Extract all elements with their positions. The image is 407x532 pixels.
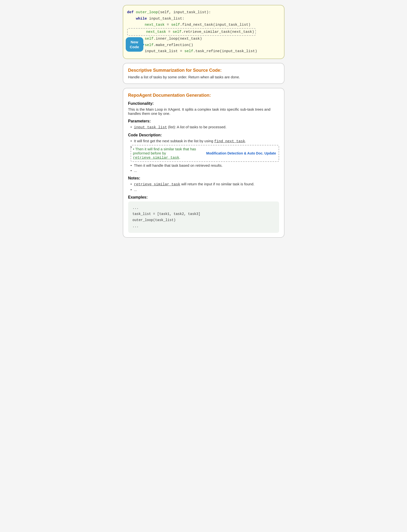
code-line-4: next_task = self.retrieve_similar_task(n… <box>127 28 280 36</box>
kw-while: while <box>136 17 149 21</box>
code-params: (self, input_task_list): <box>158 10 211 14</box>
eq3: = <box>178 49 185 53</box>
fn-outer-loop: outer_loop <box>136 10 158 14</box>
fn-find-next-task: find_next_task <box>214 139 245 143</box>
note-fn-name: retrieve_similar_task <box>134 182 180 187</box>
list-item: input_task_list (list): A list of tasks … <box>131 125 279 130</box>
functionality-text: This is the Main Loop in XAgent. It spli… <box>128 107 279 116</box>
param-desc: (list): A list of tasks to be processed. <box>167 125 227 129</box>
self-1: self <box>171 23 180 27</box>
param-name: input_task_list <box>134 125 167 130</box>
notes-list: retrieve_similar_task will return the in… <box>128 182 279 192</box>
indent3 <box>129 30 146 34</box>
kw-def: def <box>127 10 136 14</box>
functionality-heading: Functionality: <box>128 101 279 106</box>
self-2: self <box>173 30 182 34</box>
code-description-heading: Code Description: <box>128 133 279 137</box>
var-next-task-2: next_task <box>146 30 166 34</box>
new-code-line1: New <box>131 40 138 44</box>
list-item: It will first get the next subtask in th… <box>131 139 279 143</box>
mod-detect-label: Modification Detection & Auto Doc. Updat… <box>206 151 276 155</box>
code-description-list: It will first get the next subtask in th… <box>128 139 279 173</box>
example-line-4: ... <box>133 223 275 229</box>
list-item: ... <box>131 188 279 192</box>
list-item: ... <box>131 168 279 173</box>
modification-detection-row: • Then it will find a similar task that … <box>131 145 279 162</box>
documentation-panel: RepoAgent Documentation Generation: Func… <box>123 88 284 238</box>
new-code-line2: Code <box>130 45 139 49</box>
examples-heading: Examples: <box>128 195 279 200</box>
example-line-1: ... <box>133 205 275 211</box>
task-refine-call: .task_refine(input_task_list) <box>193 49 257 53</box>
examples-block: ... task_list = [task1, task2, task3] ou… <box>128 201 279 233</box>
note-text: will return the input if no similar task… <box>180 182 255 186</box>
doc-title: RepoAgent Documentation Generation: <box>128 93 279 98</box>
modification-detection-badge: Modification Detection & Auto Doc. Updat… <box>204 145 279 161</box>
self-3: self <box>145 37 154 41</box>
code-line-7: input_task_list = self.task_refine(input… <box>127 48 280 55</box>
list-item: Then it will handle that task based on r… <box>131 163 279 167</box>
find-next-task-call: .find_next_task(input_task_list) <box>180 23 251 27</box>
code-line-5: self.inner_loop(next_task) <box>127 36 280 42</box>
notes-heading: Notes: <box>128 176 279 180</box>
self-5: self <box>185 49 193 53</box>
code-line-1: def outer_loop(self, input_task_list): <box>127 9 280 16</box>
input-task-list: input_task_list <box>145 49 178 53</box>
code-line-6: self.make_reflection() <box>127 42 280 48</box>
eq2: = <box>166 30 173 34</box>
mod-detect-text: • Then it will find a similar task that … <box>131 145 204 161</box>
retrieve-call: .retrieve_similar_task(next_task) <box>182 30 254 34</box>
list-item: retrieve_similar_task will return the in… <box>131 182 279 187</box>
summ-text: Handle a list of tasks by some order. Re… <box>128 75 279 79</box>
var-next-task-1: next_task <box>145 23 165 27</box>
list-item: • Then it will find a similar task that … <box>131 145 279 162</box>
code-block: def outer_loop(self, input_task_list): w… <box>127 9 280 55</box>
example-line-2: task_list = [task1, task2, task3] <box>133 211 275 217</box>
example-line-3: outer_loop(task_list) <box>133 217 275 223</box>
code-line-2: while input_task_list: <box>127 16 280 22</box>
code-panel: New Code def outer_loop(self, input_task… <box>123 5 284 59</box>
parameters-list: input_task_list (list): A list of tasks … <box>128 125 279 130</box>
while-cond: input_task_list: <box>149 17 185 21</box>
fn-retrieve-similar-task: retrieve_similar_task <box>133 156 179 160</box>
make-reflection-call: .make_reflection() <box>154 43 193 47</box>
indent1 <box>127 17 136 21</box>
highlighted-line: next_task = self.retrieve_similar_task(n… <box>127 28 256 36</box>
code-line-3: next_task = self.find_next_task(input_ta… <box>127 22 280 28</box>
indent2 <box>127 23 145 27</box>
summ-title: Descriptive Summarization for Source Cod… <box>128 68 279 73</box>
inner-loop-call: .inner_loop(next_task) <box>154 37 202 41</box>
eq1: = <box>165 23 171 27</box>
summarization-panel: Descriptive Summarization for Source Cod… <box>123 63 284 84</box>
new-code-bubble: New Code <box>126 37 143 52</box>
parameters-heading: Parameters: <box>128 119 279 123</box>
